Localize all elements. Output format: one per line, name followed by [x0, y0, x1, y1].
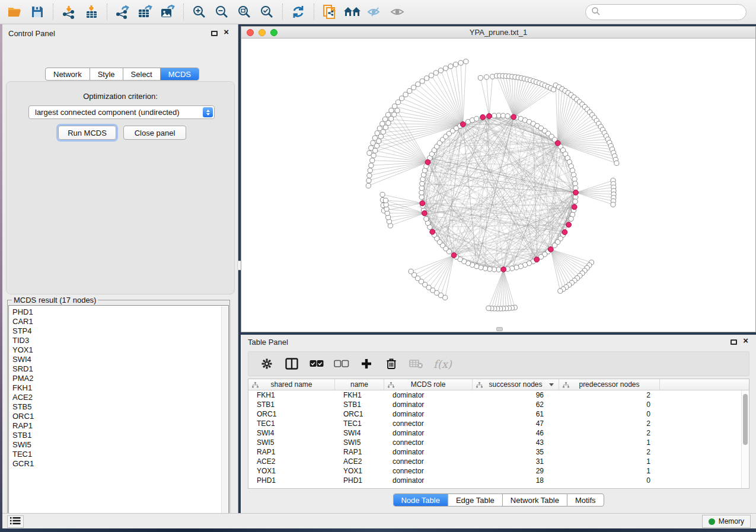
show-all-button[interactable] — [386, 2, 409, 21]
mcds-result-item[interactable]: FKH1 — [12, 383, 228, 393]
search-input[interactable] — [601, 7, 746, 18]
float-table-panel-icon[interactable] — [731, 339, 737, 345]
table-header-row: shared name name MCDS role successor nod… — [248, 379, 749, 390]
delete-table-button[interactable] — [409, 356, 424, 371]
mcds-result-item[interactable]: GCR1 — [12, 459, 228, 469]
mcds-result-item[interactable]: SWI4 — [12, 355, 228, 364]
tab-network-table[interactable]: Network Table — [502, 494, 567, 506]
mcds-result-item[interactable]: PHD1 — [12, 307, 228, 317]
zoom-fit-button[interactable] — [233, 2, 256, 21]
clone-network-button[interactable] — [318, 2, 341, 21]
table-row[interactable]: YOX1YOX1connector291 — [248, 466, 749, 476]
import-table-button[interactable] — [80, 2, 103, 21]
tab-motifs[interactable]: Motifs — [567, 494, 604, 506]
zoom-selected-button[interactable] — [256, 2, 278, 21]
import-network-icon — [62, 5, 76, 19]
mcds-result-list[interactable]: PHD1CAR1STP4TID3YOX1SWI4SRD1PMA2FKH1ACE2… — [8, 305, 229, 515]
delete-column-button[interactable] — [384, 356, 399, 371]
table-cell: dominator — [384, 429, 473, 437]
column-header-successor-nodes[interactable]: successor nodes — [473, 379, 559, 390]
network-window-titlebar[interactable]: YPA_prune.txt_1 — [241, 27, 755, 39]
export-network-icon — [115, 5, 130, 19]
network-scroll-grip[interactable] — [496, 327, 503, 331]
table-cell: 96 — [473, 391, 559, 399]
zoom-out-button[interactable] — [210, 2, 233, 21]
run-mcds-button[interactable]: Run MCDS — [58, 126, 116, 140]
table-cell: connector — [384, 419, 473, 428]
mcds-result-item[interactable]: STP4 — [12, 326, 228, 336]
table-cell: 0 — [559, 410, 660, 418]
column-header-shared-name[interactable]: shared name — [248, 379, 335, 390]
tab-select[interactable]: Select — [123, 68, 160, 80]
table-row[interactable]: ORC1ORC1dominator610 — [248, 409, 749, 419]
table-row[interactable]: ACE2ACE2connector311 — [248, 457, 749, 466]
refresh-button[interactable] — [287, 2, 310, 21]
houses-icon — [343, 5, 361, 18]
table-cell: dominator — [384, 476, 473, 485]
table-panel-title: Table Panel — [248, 338, 288, 347]
tab-node-table[interactable]: Node Table — [393, 494, 448, 506]
add-column-button[interactable] — [359, 356, 374, 371]
tab-edge-table[interactable]: Edge Table — [448, 494, 502, 506]
mcds-result-item[interactable]: STB5 — [12, 402, 228, 412]
table-row[interactable]: RAP1RAP1dominator352 — [248, 447, 749, 457]
column-header-mcds-role[interactable]: MCDS role — [384, 379, 473, 390]
hide-selected-button[interactable] — [363, 2, 386, 21]
column-header-name[interactable]: name — [335, 379, 384, 390]
table-row[interactable]: TEC1TEC1connector472 — [248, 419, 749, 428]
tab-network[interactable]: Network — [46, 68, 90, 80]
column-settings-button[interactable] — [259, 356, 275, 371]
table-row[interactable]: SWI4SWI4dominator462 — [248, 428, 749, 438]
mcds-result-item[interactable]: CAR1 — [12, 317, 228, 326]
import-network-button[interactable] — [58, 2, 80, 21]
memory-button[interactable]: Memory — [702, 515, 751, 528]
task-history-button[interactable] — [7, 515, 24, 528]
table-scrollbar[interactable] — [741, 390, 749, 488]
mcds-result-item[interactable]: STB1 — [12, 431, 228, 440]
search-icon — [591, 7, 601, 18]
zoom-in-button[interactable] — [188, 2, 210, 21]
float-window-icon[interactable] — [211, 31, 218, 36]
mcds-result-item[interactable]: YOX1 — [12, 345, 228, 355]
optimization-criterion-select[interactable]: largest connected component (undirected) — [28, 105, 215, 119]
column-header-predecessor-nodes[interactable]: predecessor nodes — [559, 379, 660, 390]
close-panel-icon[interactable]: × — [224, 27, 229, 37]
function-builder-button[interactable]: f(x) — [433, 358, 452, 370]
mcds-result-item[interactable]: PMA2 — [12, 374, 228, 383]
table-cell: 43 — [473, 438, 559, 447]
select-all-checkboxes-button[interactable] — [309, 356, 324, 371]
open-file-button[interactable] — [4, 2, 26, 21]
table-cell: 61 — [473, 410, 559, 418]
save-session-button[interactable] — [26, 2, 49, 21]
tab-mcds[interactable]: MCDS — [160, 68, 199, 80]
table-cell: 1 — [559, 467, 660, 475]
mcds-result-item[interactable]: TID3 — [12, 336, 228, 345]
export-table-button[interactable] — [134, 2, 157, 21]
table-scrollbar-thumb[interactable] — [743, 394, 748, 445]
close-panel-button[interactable]: Close panel — [123, 126, 186, 140]
mcds-result-item[interactable]: ACE2 — [12, 393, 228, 402]
mcds-list-scrollbar[interactable] — [221, 306, 228, 514]
mcds-result-item[interactable]: SWI5 — [12, 440, 228, 450]
network-canvas[interactable] — [241, 39, 755, 332]
table-cell: SWI4 — [335, 429, 384, 437]
deselect-all-checkboxes-button[interactable] — [334, 356, 349, 371]
export-image-button[interactable] — [157, 2, 179, 21]
mcds-result-item[interactable]: ORC1 — [12, 412, 228, 421]
split-panel-button[interactable] — [284, 356, 299, 371]
tab-style[interactable]: Style — [90, 68, 123, 80]
table-row[interactable]: PHD1PHD1dominator180 — [248, 476, 749, 485]
table-row[interactable]: SWI5SWI5connector431 — [248, 438, 749, 447]
mcds-result-item[interactable]: RAP1 — [12, 421, 228, 431]
mcds-result-item[interactable]: TEC1 — [12, 450, 228, 459]
search-field[interactable] — [585, 4, 747, 20]
export-network-button[interactable] — [111, 2, 134, 21]
mcds-result-item[interactable]: SRD1 — [12, 364, 228, 374]
table-row[interactable]: FKH1FKH1dominator962 — [248, 390, 749, 400]
close-table-panel-icon[interactable]: × — [743, 335, 748, 346]
table-cell: ORC1 — [248, 410, 335, 418]
first-neighbors-button[interactable] — [341, 2, 363, 21]
table-cell: SWI5 — [248, 438, 335, 447]
table-row[interactable]: STB1STB1dominator620 — [248, 400, 749, 409]
mcds-options-panel: Optimization criterion: largest connecte… — [6, 81, 235, 294]
